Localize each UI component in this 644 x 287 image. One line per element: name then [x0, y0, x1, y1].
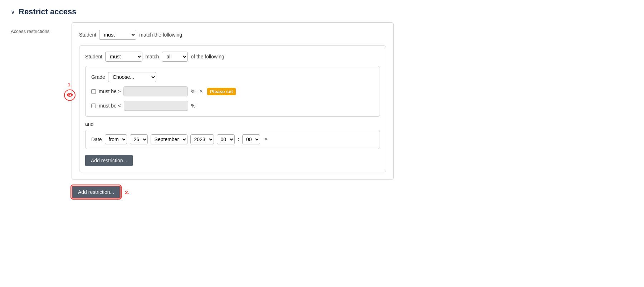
- date-year-select[interactable]: 2023 2022202120242025: [190, 134, 214, 144]
- grade-lt-percent: %: [191, 103, 195, 109]
- grade-gte-remove-btn[interactable]: ×: [198, 87, 204, 95]
- grade-choose-select[interactable]: Choose... Quiz 1 Assignment 1: [108, 72, 156, 82]
- inner-top-row: Student must must not match all any of t…: [85, 52, 380, 62]
- inner-must-select[interactable]: must must not: [105, 52, 142, 62]
- grade-section: 1. Grade Choose... Quiz 1: [85, 66, 380, 117]
- and-label: and: [85, 121, 380, 127]
- outer-student-label: Student: [79, 32, 96, 38]
- add-restriction-outer-row: Add restriction... 2.: [72, 186, 401, 198]
- date-from-select[interactable]: from until: [105, 134, 127, 144]
- inner-of-following: of the following: [191, 54, 224, 59]
- grade-gte-checkbox[interactable]: [91, 89, 96, 94]
- inner-all-select[interactable]: all any: [162, 52, 188, 62]
- grade-gte-percent: %: [191, 89, 195, 94]
- date-day-select[interactable]: 26 12345 678910 1112131415 1617181920 21…: [130, 134, 148, 144]
- eye-icon-circle: [64, 90, 75, 101]
- please-set-badge: Please set: [207, 88, 236, 95]
- date-minute-select[interactable]: 00051015 20253035 40455055: [242, 134, 260, 144]
- grade-lt-label: must be <: [99, 103, 121, 109]
- grade-gte-input[interactable]: [123, 86, 188, 96]
- grade-row: Grade Choose... Quiz 1 Assignment 1: [91, 72, 374, 82]
- grade-gte-label: must be ≥: [99, 89, 121, 94]
- step1-label: 1.: [68, 82, 72, 87]
- add-restriction-inner-btn[interactable]: Add restriction...: [85, 155, 133, 166]
- outer-restriction-box: Student must must not match the followin…: [72, 22, 394, 180]
- date-label: Date: [91, 137, 102, 142]
- time-colon: :: [238, 136, 239, 143]
- inner-match-text: match: [145, 54, 159, 59]
- grade-lt-input[interactable]: [124, 101, 188, 111]
- page-header: ∨ Restrict access: [11, 7, 633, 16]
- date-hour-select[interactable]: 00010203 04050607 08091011 12131415 1617…: [217, 134, 235, 144]
- grade-lt-row: must be < %: [91, 101, 374, 111]
- page-title: Restrict access: [19, 7, 76, 16]
- date-box: Date from until 26 12345 678910 11121314…: [85, 130, 380, 149]
- grade-lt-checkbox[interactable]: [91, 104, 96, 108]
- outer-top-row: Student must must not match the followin…: [79, 30, 386, 40]
- add-restriction-outer-btn[interactable]: Add restriction...: [72, 186, 121, 198]
- inner-student-label: Student: [85, 54, 102, 59]
- outer-must-select[interactable]: must must not: [99, 30, 136, 40]
- inner-restriction-box: Student must must not match all any of t…: [79, 46, 386, 172]
- main-layout: Access restrictions Student must must no…: [11, 22, 633, 198]
- step1-annotation: 1.: [64, 82, 75, 101]
- grade-gte-row: must be ≥ % × Please set: [91, 86, 374, 96]
- step2-label: 2.: [125, 189, 130, 195]
- date-remove-btn[interactable]: ×: [264, 136, 268, 143]
- date-month-select[interactable]: September JanuaryFebruaryMarch AprilMayJ…: [151, 134, 187, 144]
- grade-label: Grade: [91, 74, 105, 80]
- outer-match-text: match the following: [139, 32, 182, 38]
- sidebar-access-restrictions: Access restrictions: [11, 22, 61, 34]
- chevron-icon: ∨: [11, 9, 15, 15]
